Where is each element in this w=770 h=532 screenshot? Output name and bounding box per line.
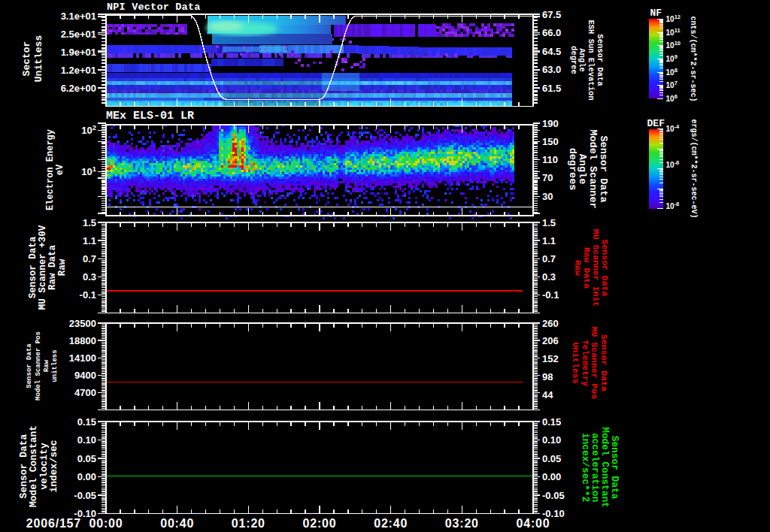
svg-text:ergs/(cm**2-sr-sec-eV): ergs/(cm**2-sr-sec-eV) <box>690 119 698 219</box>
svg-text:-0.05: -0.05 <box>542 490 565 501</box>
svg-text:Telemetry: Telemetry <box>581 340 590 386</box>
svg-text:1.5: 1.5 <box>542 217 556 228</box>
svg-text:14100: 14100 <box>69 352 96 364</box>
svg-text:44: 44 <box>542 389 553 401</box>
svg-text:Sector: Sector <box>21 41 32 77</box>
svg-text:0.7: 0.7 <box>542 253 556 264</box>
svg-text:00:40: 00:40 <box>160 517 194 530</box>
svg-text:61.5: 61.5 <box>542 83 561 94</box>
svg-text:0.00: 0.00 <box>77 471 96 482</box>
svg-text:66.0: 66.0 <box>542 27 561 38</box>
svg-text:ESH Sun Elevation: ESH Sun Elevation <box>587 20 596 100</box>
svg-text:NPI Vector Data: NPI Vector Data <box>107 2 201 13</box>
svg-text:02:40: 02:40 <box>374 517 408 530</box>
svg-text:1.9e+01: 1.9e+01 <box>61 47 96 58</box>
svg-text:30: 30 <box>542 191 553 202</box>
svg-text:9400: 9400 <box>74 370 96 381</box>
svg-text:incex/sec**2: incex/sec**2 <box>580 433 591 502</box>
svg-text:2006/157: 2006/157 <box>26 517 81 530</box>
svg-text:152: 152 <box>542 353 559 364</box>
svg-text:110: 110 <box>542 154 558 165</box>
svg-text:-0.1: -0.1 <box>542 289 559 301</box>
svg-text:Raw Data: Raw Data <box>582 247 592 289</box>
svg-text:0.00: 0.00 <box>542 471 561 482</box>
svg-text:eV: eV <box>55 164 65 175</box>
svg-text:150: 150 <box>542 136 559 147</box>
svg-text:-0.05: -0.05 <box>74 490 96 501</box>
svg-text:Unitless: Unitless <box>33 35 44 83</box>
svg-text:DEF: DEF <box>647 118 665 129</box>
svg-text:0.7: 0.7 <box>83 253 96 264</box>
svg-text:degrees: degrees <box>567 148 578 191</box>
svg-text:1.2e+01: 1.2e+01 <box>61 65 96 76</box>
svg-text:206: 206 <box>542 335 559 346</box>
svg-text:67.5: 67.5 <box>542 9 561 20</box>
svg-text:70: 70 <box>542 172 553 183</box>
svg-text:MEx ELS-01 LR: MEx ELS-01 LR <box>106 110 194 122</box>
svg-text:00:00: 00:00 <box>89 517 123 530</box>
svg-text:Sensor Data: Sensor Data <box>598 135 609 202</box>
svg-text:03:20: 03:20 <box>445 517 479 530</box>
svg-text:0.10: 0.10 <box>77 434 96 446</box>
svg-text:Sensor Data: Sensor Data <box>600 240 610 297</box>
svg-text:04:00: 04:00 <box>517 517 550 530</box>
svg-text:1.1: 1.1 <box>83 235 96 246</box>
svg-text:cnts/(cm**2-sr-sec): cnts/(cm**2-sr-sec) <box>689 16 697 101</box>
svg-text:Sensor Data: Sensor Data <box>596 34 605 86</box>
svg-text:Angle: Angle <box>577 154 588 185</box>
svg-text:Unitless: Unitless <box>571 342 581 383</box>
svg-text:unitless: unitless <box>51 349 59 382</box>
svg-text:01:20: 01:20 <box>232 517 265 530</box>
svg-text:Angle: Angle <box>578 48 587 72</box>
svg-text:0.05: 0.05 <box>542 453 561 464</box>
svg-text:Raw Data: Raw Data <box>47 244 58 290</box>
svg-text:MU Scanner Init: MU Scanner Init <box>591 229 601 307</box>
svg-text:63.0: 63.0 <box>542 64 561 75</box>
svg-text:64.5: 64.5 <box>542 46 561 57</box>
svg-text:MU Scanner Pos: MU Scanner Pos <box>590 327 599 400</box>
svg-text:degree: degree <box>569 46 578 74</box>
svg-text:260: 260 <box>542 318 559 329</box>
svg-text:4700: 4700 <box>74 387 96 398</box>
svg-text:Sensor Data: Sensor Data <box>28 236 38 298</box>
svg-text:0.10: 0.10 <box>542 434 561 446</box>
svg-text:index/sec: index/sec <box>48 440 59 492</box>
svg-text:Sensor Data: Sensor Data <box>599 334 609 391</box>
svg-text:MU Scanner +30V: MU Scanner +30V <box>38 225 48 310</box>
svg-text:98: 98 <box>542 371 553 382</box>
svg-text:0.05: 0.05 <box>77 453 96 464</box>
svg-text:Raw: Raw <box>57 258 68 276</box>
svg-text:Raw: Raw <box>43 359 50 372</box>
svg-text:18800: 18800 <box>69 335 96 346</box>
svg-text:1.1: 1.1 <box>542 235 556 246</box>
svg-text:3.1e+01: 3.1e+01 <box>61 11 96 22</box>
svg-text:1.5: 1.5 <box>83 217 96 228</box>
svg-text:Sensor Data: Sensor Data <box>26 343 33 388</box>
svg-text:0.15: 0.15 <box>542 416 561 428</box>
svg-text:190: 190 <box>542 118 559 129</box>
svg-text:0.3: 0.3 <box>542 271 556 283</box>
svg-text:2.5e+01: 2.5e+01 <box>61 29 96 40</box>
svg-text:Model Scanner: Model Scanner <box>587 129 599 208</box>
svg-text:0.15: 0.15 <box>77 416 96 428</box>
svg-text:23500: 23500 <box>69 318 96 329</box>
svg-text:6.2e+00: 6.2e+00 <box>61 83 96 94</box>
svg-text:NF: NF <box>650 8 662 19</box>
svg-text:0.3: 0.3 <box>83 271 96 283</box>
svg-text:02:00: 02:00 <box>303 517 337 530</box>
svg-text:Model Scanner Pos: Model Scanner Pos <box>35 331 42 401</box>
svg-text:Raw: Raw <box>573 260 583 276</box>
svg-text:-0.1: -0.1 <box>80 289 96 301</box>
